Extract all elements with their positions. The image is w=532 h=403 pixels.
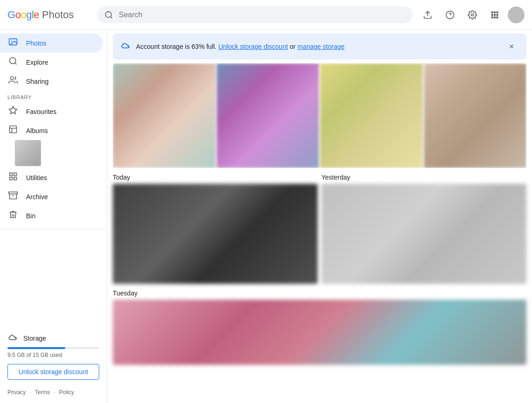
sidebar-item-archive[interactable]: Archive	[0, 187, 103, 206]
unlock-storage-button[interactable]: Unlock storage discount	[7, 364, 99, 380]
banner-close-button[interactable]: ×	[504, 39, 519, 54]
search-icon	[104, 10, 113, 20]
svg-point-16	[11, 41, 12, 42]
yesterday-label: Yesterday	[321, 170, 526, 184]
help-button[interactable]	[441, 6, 459, 24]
utilities-icon	[7, 172, 19, 183]
storage-label: Storage	[23, 335, 46, 342]
svg-point-0	[105, 11, 111, 17]
sidebar-sharing-label: Sharing	[26, 78, 48, 85]
sidebar-item-bin[interactable]: Bin	[0, 206, 103, 225]
content-area: Account storage is 63% full. Unlock stor…	[107, 30, 532, 403]
hero-photo-2[interactable]	[217, 63, 320, 168]
library-section-label: LIBRARY	[0, 91, 107, 102]
svg-rect-22	[10, 173, 13, 176]
sidebar-utilities-label: Utilities	[26, 174, 47, 181]
storage-bar-fill	[7, 347, 65, 349]
photos-logo-text: Photos	[42, 9, 74, 21]
yesterday-column: Yesterday	[321, 170, 526, 284]
svg-point-17	[10, 58, 16, 64]
photos-icon	[7, 37, 19, 49]
svg-line-18	[15, 63, 17, 65]
bin-icon	[7, 210, 19, 222]
albums-icon	[7, 125, 19, 136]
svg-rect-25	[10, 177, 13, 180]
sidebar-photos-label: Photos	[26, 40, 47, 47]
banner-or: or	[290, 43, 297, 50]
svg-line-1	[110, 16, 112, 18]
tuesday-label: Tuesday	[113, 284, 526, 300]
sidebar-item-utilities[interactable]: Utilities	[0, 168, 103, 187]
logo-area: Google Photos	[7, 9, 91, 21]
upload-button[interactable]	[418, 6, 437, 24]
storage-bar	[7, 347, 99, 349]
sidebar-explore-label: Explore	[26, 59, 48, 66]
footer-links: Privacy · Terms · Policy	[0, 385, 107, 399]
sidebar-bin-label: Bin	[26, 212, 35, 220]
svg-rect-11	[496, 13, 498, 15]
sidebar-item-photos[interactable]: Photos	[0, 34, 103, 53]
app-header: Google Photos	[0, 0, 532, 30]
storage-banner: Account storage is 63% full. Unlock stor…	[113, 34, 526, 60]
svg-rect-24	[14, 177, 17, 180]
album-thumb-image	[15, 140, 41, 166]
terms-link[interactable]: Terms	[35, 389, 50, 396]
sidebar-archive-label: Archive	[26, 193, 48, 201]
svg-rect-13	[494, 16, 496, 18]
banner-manage-link[interactable]: manage storage	[297, 43, 344, 50]
apps-button[interactable]	[485, 6, 504, 24]
banner-message: Account storage is 63% full. Unlock stor…	[136, 43, 498, 50]
privacy-link[interactable]: Privacy	[7, 389, 26, 396]
archive-icon	[7, 191, 19, 202]
banner-cloud-icon	[120, 42, 130, 52]
sidebar-item-explore[interactable]: Explore	[0, 53, 103, 72]
hero-photo-1[interactable]	[113, 63, 216, 168]
storage-section: Storage 9.5 GB of 15 GB used Unlock stor…	[0, 327, 107, 385]
sidebar-albums-label: Albums	[26, 127, 48, 134]
banner-unlock-link[interactable]: Unlock storage discount	[218, 43, 288, 50]
svg-rect-8	[496, 11, 498, 13]
today-photo[interactable]	[113, 184, 318, 284]
svg-rect-12	[491, 16, 493, 18]
tuesday-section: Tuesday	[107, 284, 532, 365]
svg-rect-23	[14, 173, 17, 176]
album-thumbnail[interactable]	[15, 140, 41, 166]
hero-photo-4[interactable]	[424, 63, 527, 168]
svg-rect-9	[491, 13, 493, 15]
hero-photo-3[interactable]	[320, 63, 423, 168]
header-actions	[418, 6, 525, 24]
explore-icon	[7, 56, 19, 68]
sidebar: Photos Explore Sharing LIBRARY Favourite…	[0, 30, 107, 403]
storage-cloud-icon	[7, 333, 18, 343]
sharing-icon	[7, 75, 19, 87]
sidebar-divider	[0, 229, 107, 229]
svg-rect-26	[9, 192, 17, 194]
svg-marker-20	[9, 107, 17, 114]
sidebar-item-favourites[interactable]: Favourites	[0, 102, 103, 121]
svg-rect-7	[494, 11, 496, 13]
svg-rect-6	[491, 11, 493, 13]
storage-header: Storage	[7, 333, 99, 343]
sidebar-item-sharing[interactable]: Sharing	[0, 72, 103, 91]
today-column: Today	[113, 170, 318, 284]
svg-point-19	[10, 77, 14, 80]
yesterday-photo[interactable]	[321, 184, 526, 284]
google-logo: Google	[7, 9, 39, 21]
main-layout: Photos Explore Sharing LIBRARY Favourite…	[0, 30, 532, 403]
avatar[interactable]	[508, 7, 525, 23]
hero-photo-strip	[113, 63, 526, 168]
favourites-icon	[7, 106, 19, 117]
today-label: Today	[113, 170, 318, 184]
sidebar-favourites-label: Favourites	[26, 108, 56, 115]
tuesday-photo[interactable]	[113, 300, 526, 365]
search-bar[interactable]	[97, 7, 413, 23]
today-yesterday-row: Today Yesterday	[107, 170, 532, 284]
settings-button[interactable]	[463, 6, 482, 24]
sidebar-item-albums[interactable]: Albums	[0, 121, 103, 140]
banner-message-text: Account storage is 63% full.	[136, 43, 217, 50]
policy-link[interactable]: Policy	[59, 389, 74, 396]
search-input[interactable]	[119, 11, 405, 19]
storage-used-text: 9.5 GB of 15 GB used	[7, 352, 99, 358]
svg-rect-14	[496, 16, 498, 18]
svg-point-5	[471, 13, 474, 16]
